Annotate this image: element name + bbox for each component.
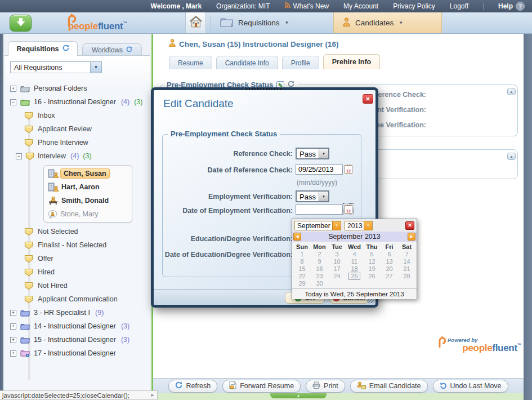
requisitions-menu[interactable]: Requisitions ▼ bbox=[220, 12, 289, 33]
collapse-icon[interactable]: − bbox=[16, 153, 22, 159]
refresh-icon[interactable] bbox=[62, 45, 69, 53]
help-link[interactable]: Help ? bbox=[498, 2, 525, 11]
tab-candidate-info[interactable]: Candidate Info bbox=[216, 56, 278, 69]
privacy-policy-link[interactable]: Privacy Policy bbox=[393, 2, 435, 10]
calendar-day-6[interactable]: 6 bbox=[381, 251, 398, 258]
candidate-stone-mary[interactable]: Stone, Mary bbox=[44, 207, 132, 221]
tree-folder-17-instructional-designer[interactable]: + 17 - Instructional Designer bbox=[5, 346, 150, 360]
calendar-day-5[interactable]: 5 bbox=[363, 251, 381, 258]
drag-handle-icon[interactable] bbox=[246, 88, 283, 90]
whats-new-link[interactable]: What's New bbox=[284, 2, 329, 10]
calendar-day-19[interactable]: 19 bbox=[363, 265, 381, 273]
chevron-down-icon[interactable]: ▼ bbox=[332, 221, 341, 230]
calendar-day-30[interactable]: 30 bbox=[311, 280, 328, 287]
tree-stage-applicant-communication[interactable]: Applicant Communication bbox=[5, 292, 150, 306]
chevron-down-icon[interactable]: ▼ bbox=[319, 192, 328, 201]
calendar-day-16[interactable]: 16 bbox=[311, 265, 328, 273]
tree-stage-finalist-not-selected[interactable]: Finalist - Not Selected bbox=[5, 238, 150, 252]
tree-folder-16-instructional-designer[interactable]: − 16 - Instructional Designer (4) (3) bbox=[5, 95, 150, 109]
calendar-day-26[interactable]: 26 bbox=[363, 273, 381, 280]
tree-stage-applicant-review[interactable]: Applicant Review bbox=[5, 122, 150, 136]
calendar-day-29[interactable]: 29 bbox=[293, 280, 311, 287]
calendar-day-3[interactable]: 3 bbox=[328, 251, 346, 258]
tree-stage-phone-interview[interactable]: Phone Interview bbox=[5, 136, 150, 149]
candidate-hart-aaron[interactable]: Hart, Aaron bbox=[44, 180, 132, 194]
refresh-icon[interactable] bbox=[126, 46, 132, 54]
tree-folder-15-instructional-designer[interactable]: + 15 - Instructional Designer (3) bbox=[5, 333, 150, 346]
calendar-day-28[interactable]: 28 bbox=[398, 273, 415, 280]
calendar-day-13[interactable]: 13 bbox=[381, 258, 398, 265]
candidate-chen-susan[interactable]: Chen, Susan bbox=[44, 167, 132, 180]
close-icon[interactable]: ✕ bbox=[405, 221, 414, 230]
close-icon[interactable]: ✕ bbox=[363, 94, 373, 104]
expand-panel-handle[interactable]: ▲ bbox=[270, 393, 327, 398]
calendar-day-20[interactable]: 20 bbox=[381, 265, 398, 273]
calendar-day-15[interactable]: 15 bbox=[293, 265, 311, 273]
calendar-day-22[interactable]: 22 bbox=[293, 273, 311, 280]
tab-workflows[interactable]: Workflows bbox=[82, 43, 142, 56]
calendar-day-14[interactable]: 14 bbox=[398, 258, 415, 265]
forward-resume-button[interactable]: Forward Resume bbox=[222, 380, 301, 393]
calendar-day-7[interactable]: 7 bbox=[398, 251, 415, 258]
expand-icon[interactable]: + bbox=[10, 310, 16, 316]
calendar-day-9[interactable]: 9 bbox=[311, 258, 328, 265]
calendar-day-24[interactable]: 24 bbox=[328, 273, 346, 280]
home-button[interactable] bbox=[185, 12, 206, 33]
calendar-day-4[interactable]: 4 bbox=[346, 251, 363, 258]
tree-folder-14-instructional-designer[interactable]: + 14 - Instructional Designer (3) bbox=[5, 319, 150, 333]
help-icon[interactable]: ? bbox=[516, 2, 525, 11]
calendar-day-10[interactable]: 10 bbox=[328, 258, 346, 265]
employment-verification-select[interactable]: Pass ▼ bbox=[296, 190, 329, 202]
next-month-icon[interactable]: ▶ bbox=[408, 233, 415, 241]
scroll-right-icon[interactable]: ► bbox=[150, 393, 155, 398]
tree-stage-not-hired[interactable]: Not Hired bbox=[5, 279, 150, 292]
right-scrollbar-strip[interactable] bbox=[524, 34, 532, 400]
tree-stage-inbox[interactable]: Inbox bbox=[5, 109, 150, 122]
tree-stage-interview[interactable]: − Interview (4) (3) bbox=[5, 149, 150, 163]
calendar-icon[interactable] bbox=[345, 205, 352, 214]
chevron-down-icon[interactable]: ▼ bbox=[90, 62, 101, 73]
collapse-panel-button[interactable] bbox=[10, 15, 32, 32]
calendar-day-12[interactable]: 12 bbox=[363, 258, 381, 265]
candidates-menu[interactable]: Candidates ▼ bbox=[333, 12, 442, 33]
tree-stage-offer[interactable]: Offer bbox=[5, 252, 150, 265]
date-reference-input[interactable] bbox=[296, 165, 343, 175]
chevron-down-icon[interactable]: ▼ bbox=[319, 149, 328, 158]
previous-month-icon[interactable]: ◀ bbox=[293, 233, 301, 241]
tab-resume[interactable]: Resume bbox=[169, 56, 212, 69]
calendar-day-27[interactable]: 27 bbox=[381, 273, 398, 280]
calendar-day-8[interactable]: 8 bbox=[293, 258, 311, 265]
collapse-section-icon[interactable]: ▲ bbox=[507, 153, 516, 160]
calendar-icon[interactable] bbox=[345, 165, 352, 174]
tree-folder-personal-folders[interactable]: + Personal Folders bbox=[5, 82, 150, 95]
calendar-day-23[interactable]: 23 bbox=[311, 273, 328, 280]
expand-icon[interactable]: + bbox=[10, 323, 16, 330]
my-account-link[interactable]: My Account bbox=[343, 2, 378, 10]
calendar-day-11[interactable]: 11 bbox=[346, 258, 363, 265]
calendar-day-18[interactable]: 18 bbox=[346, 265, 363, 273]
candidate-smith-donald[interactable]: Smith, Donald bbox=[44, 194, 132, 207]
reference-check-select[interactable]: Pass ▼ bbox=[296, 148, 329, 159]
print-button[interactable]: Print bbox=[306, 380, 345, 393]
peoplefluent-logo[interactable]: peoplefluent™ bbox=[68, 21, 127, 32]
email-candidate-button[interactable]: Email Candidate bbox=[350, 380, 428, 393]
calendar-day-1[interactable]: 1 bbox=[293, 251, 311, 258]
tab-profile[interactable]: Profile bbox=[282, 56, 319, 69]
date-employment-input[interactable] bbox=[296, 205, 343, 215]
tree-stage-not-selected[interactable]: Not Selected bbox=[5, 225, 150, 238]
calendar-day-21[interactable]: 21 bbox=[398, 265, 415, 273]
expand-icon[interactable]: + bbox=[10, 86, 16, 92]
tab-prehire-info[interactable]: Prehire Info bbox=[323, 54, 380, 69]
year-select[interactable]: 2013 ▼ bbox=[345, 221, 373, 230]
calendar-day-25[interactable]: 25 bbox=[348, 273, 360, 280]
tab-requisitions[interactable]: Requisitions bbox=[8, 41, 78, 56]
logoff-link[interactable]: Logoff bbox=[450, 2, 468, 10]
expand-icon[interactable]: + bbox=[10, 337, 16, 343]
tree-folder-3-hr-specialist[interactable]: + 3 - HR Specialist I (9) bbox=[5, 306, 150, 319]
expand-icon[interactable]: + bbox=[10, 350, 16, 357]
requisition-filter-select[interactable]: All Requisitions ▼ bbox=[10, 61, 102, 73]
month-select[interactable]: September ▼ bbox=[294, 221, 341, 230]
refresh-button[interactable]: Refresh bbox=[168, 380, 217, 393]
calendar-day-2[interactable]: 2 bbox=[311, 251, 328, 258]
undo-last-move-button[interactable]: Undo Last Move bbox=[433, 380, 508, 393]
